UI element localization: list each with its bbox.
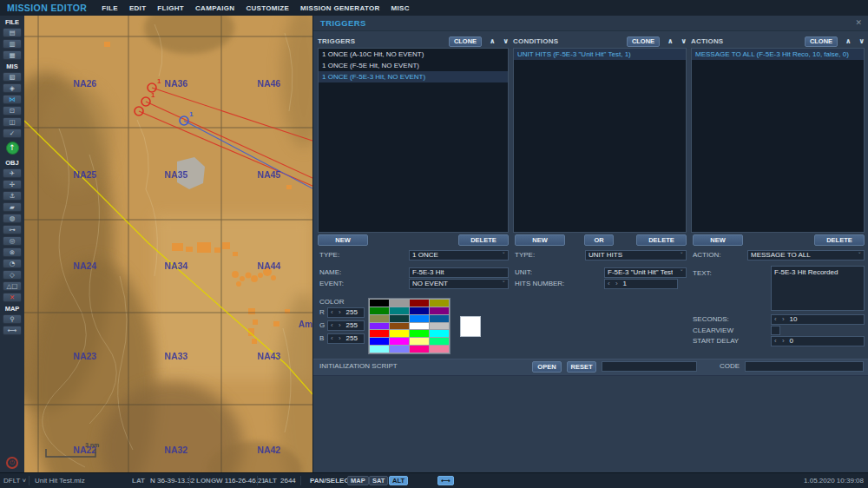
save-mission-icon[interactable]: ▦ (3, 50, 22, 60)
measure-distance-icon[interactable]: ⟷ (3, 326, 22, 335)
or-condition-button[interactable]: OR (584, 234, 614, 246)
trigger-event-select[interactable]: NO EVENT˅ (409, 279, 509, 289)
palette-color[interactable] (370, 330, 389, 337)
palette-color[interactable] (410, 346, 429, 353)
list-item[interactable]: 1 ONCE (A-10C Hit, NO EVENT) (319, 49, 508, 60)
green-stepper[interactable]: ‹ ›255 (327, 320, 365, 331)
shapes-icon[interactable]: △□ (3, 281, 22, 291)
move-down-icon[interactable]: ∨ (681, 37, 687, 45)
palette-color[interactable] (370, 300, 389, 307)
zone-icon[interactable]: ◎ (3, 236, 22, 246)
clone-action-button[interactable]: CLONE (805, 36, 838, 47)
condition-unit-select[interactable]: F-5E-3 "Unit Hit" Test˅ (604, 267, 687, 278)
palette-color[interactable] (390, 300, 409, 307)
terrain-map[interactable]: NA26NA36NA46NA25NA35NA45NA24NA34NA44NA23… (24, 16, 312, 473)
palette-color[interactable] (410, 307, 429, 314)
palette-color[interactable] (410, 300, 429, 307)
briefing-icon[interactable]: ▧ (3, 72, 22, 82)
unit-list-icon[interactable]: ◫ (3, 117, 22, 127)
start-delay-stepper[interactable]: ‹ ›0 (771, 336, 865, 346)
triggers-list[interactable]: 1 ONCE (A-10C Hit, NO EVENT)1 ONCE (F-5E… (318, 48, 509, 233)
clone-condition-button[interactable]: CLONE (627, 36, 660, 47)
palette-color[interactable] (430, 346, 449, 353)
palette-color[interactable] (410, 323, 429, 330)
farp-icon[interactable]: ◔ (3, 259, 22, 268)
alt-layer-button[interactable]: ALT (389, 476, 408, 485)
route-icon[interactable]: ⊶ (3, 225, 22, 234)
hits-number-stepper[interactable]: ‹ ›1 (604, 279, 678, 289)
action-select[interactable]: MESSAGE TO ALL˅ (747, 250, 865, 260)
list-item[interactable]: 1 ONCE (F-5E Hit, NO EVENT) (319, 60, 508, 71)
theme-preset-dropdown[interactable]: DFLT ˅ (3, 477, 26, 485)
menu-item[interactable]: MISSION GENERATOR (300, 4, 379, 12)
palette-color[interactable] (370, 315, 389, 322)
new-condition-button[interactable]: NEW (515, 234, 565, 246)
close-icon[interactable]: ✕ (855, 18, 862, 27)
palette-color[interactable] (390, 307, 409, 314)
red-stepper[interactable]: ‹ ›255 (327, 307, 365, 318)
triggers-icon[interactable]: ⋈ (3, 95, 22, 104)
open-script-button[interactable]: OPEN (532, 361, 562, 373)
airplane-icon[interactable]: ✈ (3, 168, 22, 178)
palette-color[interactable] (430, 323, 449, 330)
menu-item[interactable]: CUSTOMIZE (246, 4, 289, 12)
actions-list[interactable]: MESSAGE TO ALL (F-5E-3 Hit Reco, 10, fal… (691, 48, 865, 233)
map-key-icon[interactable]: ⚲ (3, 314, 22, 324)
clone-trigger-button[interactable]: CLONE (449, 36, 482, 47)
new-mission-icon[interactable]: ▤ (3, 28, 22, 37)
menu-item[interactable]: FLIGHT (157, 4, 184, 12)
condition-type-select[interactable]: UNIT HITS˅ (585, 250, 687, 260)
palette-color[interactable] (430, 315, 449, 322)
new-trigger-button[interactable]: NEW (318, 234, 368, 246)
palette-color[interactable] (430, 330, 449, 337)
move-up-icon[interactable]: ∧ (845, 37, 852, 45)
palette-color[interactable] (390, 346, 409, 353)
trigger-zone-icon[interactable]: ⊡ (3, 106, 22, 115)
list-item[interactable]: UNIT HITS (F-5E-3 "Unit Hit" Test, 1) (514, 49, 686, 60)
list-item[interactable]: 1 ONCE (F-5E-3 Hit, NO EVENT) (319, 71, 508, 82)
delete-condition-button[interactable]: DELETE (636, 234, 687, 246)
list-item[interactable]: MESSAGE TO ALL (F-5E-3 Hit Reco, 10, fal… (692, 49, 864, 60)
palette-color[interactable] (410, 338, 429, 345)
code-input[interactable] (745, 361, 864, 372)
move-down-icon[interactable]: ∨ (859, 37, 865, 45)
seconds-stepper[interactable]: ‹ ›10 (771, 314, 865, 325)
map-layer-button[interactable]: MAP (347, 476, 369, 485)
palette-color[interactable] (370, 346, 389, 353)
move-up-icon[interactable]: ∧ (490, 37, 496, 45)
vehicle-icon[interactable]: ▰ (3, 202, 22, 212)
reset-script-button[interactable]: RESET (567, 361, 596, 373)
helicopter-icon[interactable]: ✢ (3, 180, 22, 189)
trigger-name-input[interactable]: F-5E-3 Hit (409, 267, 509, 278)
no-fly-zone-icon[interactable]: ⊗ (3, 247, 22, 257)
palette-color[interactable] (410, 315, 429, 322)
open-mission-icon[interactable]: ▥ (3, 39, 22, 49)
palette-color[interactable] (390, 323, 409, 330)
static-object-icon[interactable]: ◍ (3, 214, 22, 223)
trigger-type-select[interactable]: 1 ONCE˅ (409, 250, 509, 260)
palette-color[interactable] (370, 307, 389, 314)
new-action-button[interactable]: NEW (693, 234, 743, 246)
palette-color[interactable] (370, 338, 389, 345)
ship-icon[interactable]: ⚓ (3, 191, 22, 201)
map-view[interactable]: NA26NA36NA46NA25NA35NA45NA24NA34NA44NA23… (24, 16, 312, 473)
palette-color[interactable] (390, 330, 409, 337)
palette-color[interactable] (430, 338, 449, 345)
validate-icon[interactable]: ✓ (3, 129, 22, 138)
blue-stepper[interactable]: ‹ ›255 (327, 333, 365, 344)
conditions-list[interactable]: UNIT HITS (F-5E-3 "Unit Hit" Test, 1) (513, 48, 687, 233)
palette-color[interactable] (430, 300, 449, 307)
menu-item[interactable]: MISC (391, 4, 410, 12)
palette-color[interactable] (390, 315, 409, 322)
delete-object-icon[interactable]: ✕ (3, 293, 22, 302)
delete-trigger-button[interactable]: DELETE (458, 234, 509, 246)
move-down-icon[interactable]: ∨ (503, 37, 510, 45)
palette-color[interactable] (390, 338, 409, 345)
delete-action-button[interactable]: DELETE (814, 234, 865, 246)
palette-color[interactable] (370, 323, 389, 330)
palette-color[interactable] (410, 330, 429, 337)
measure-tool-button[interactable]: ⟷ (437, 476, 454, 485)
menu-item[interactable]: CAMPAIGN (195, 4, 234, 12)
loadout-icon[interactable]: ◈ (3, 83, 22, 93)
menu-item[interactable]: FILE (102, 4, 118, 12)
